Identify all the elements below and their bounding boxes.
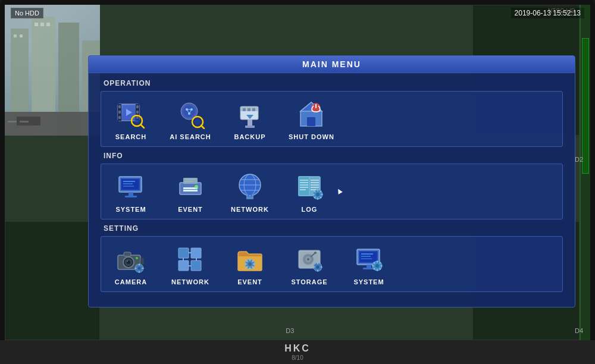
- camera-icon: [113, 243, 149, 275]
- svg-rect-101: [191, 261, 201, 271]
- svg-rect-64: [185, 179, 196, 180]
- event-setting-button[interactable]: EVENT: [229, 243, 271, 285]
- search-label: SEARCH: [115, 133, 146, 140]
- svg-rect-98: [178, 248, 189, 258]
- top-status-bar: No HDD 2019-06-13 15:52:13: [5, 5, 590, 21]
- cam-label-d3: D3: [286, 327, 294, 334]
- svg-rect-99: [191, 248, 201, 258]
- svg-point-116: [317, 265, 320, 268]
- system-setting-button[interactable]: SYSTEM: [348, 243, 390, 285]
- network-info-button[interactable]: NETWORK: [229, 170, 271, 213]
- event-info-label: EVENT: [178, 206, 203, 213]
- monitor-bezel: No HDD 2019-06-13 15:52:13 NTSC-LID D2 D…: [0, 0, 595, 364]
- svg-line-38: [201, 125, 204, 128]
- event-info-button[interactable]: EVENT: [170, 170, 211, 213]
- ai-search-button[interactable]: AI SEARCH: [170, 98, 211, 140]
- svg-rect-44: [248, 108, 250, 111]
- event-icon: [173, 170, 208, 203]
- svg-rect-6: [20, 34, 23, 37]
- svg-point-37: [195, 119, 201, 125]
- svg-rect-84: [311, 187, 319, 188]
- menu-title: MAIN MENU: [89, 56, 575, 73]
- svg-rect-12: [8, 121, 17, 123]
- svg-point-126: [375, 264, 379, 268]
- camera-feed-bottomleft: [5, 221, 100, 340]
- svg-rect-9: [46, 23, 50, 26]
- svg-rect-13: [20, 121, 29, 123]
- system-info-button[interactable]: SYSTEM: [110, 170, 152, 213]
- system-info-icon: [113, 170, 149, 203]
- shutdown-label: SHUT DOWN: [289, 133, 334, 140]
- log-button[interactable]: LOG: [289, 170, 330, 213]
- right-panel: [580, 5, 590, 340]
- shutdown-button[interactable]: SHUT DOWN: [289, 98, 334, 140]
- setting-label: SETTING: [101, 224, 563, 233]
- monitor-model: 8/10: [292, 354, 303, 361]
- svg-rect-20: [136, 105, 139, 108]
- svg-rect-62: [183, 190, 198, 192]
- svg-line-27: [141, 125, 144, 128]
- svg-point-26: [134, 118, 140, 124]
- network-setting-label: NETWORK: [171, 278, 209, 285]
- hdd-status: No HDD: [11, 8, 43, 18]
- svg-rect-19: [118, 116, 121, 119]
- ai-search-label: AI SEARCH: [170, 133, 211, 140]
- svg-rect-94: [140, 258, 144, 265]
- camera-button[interactable]: CAMERA: [110, 243, 152, 285]
- log-label: LOG: [302, 206, 318, 213]
- camera-label: CAMERA: [115, 278, 147, 285]
- svg-rect-42: [245, 125, 255, 128]
- camera-feed-topleft: [5, 5, 100, 136]
- backup-label: BACKUP: [234, 133, 265, 140]
- main-menu: MAIN MENU OPERATION: [88, 55, 575, 307]
- svg-rect-56: [123, 186, 134, 187]
- svg-point-107: [248, 262, 252, 266]
- svg-rect-7: [35, 23, 38, 26]
- svg-rect-21: [136, 111, 139, 114]
- svg-rect-73: [250, 194, 252, 197]
- storage-button[interactable]: STORAGE: [289, 243, 330, 285]
- svg-rect-72: [248, 194, 249, 197]
- svg-rect-49: [307, 117, 315, 126]
- ai-search-icon: [173, 98, 208, 130]
- storage-icon: [292, 243, 327, 275]
- search-button[interactable]: SEARCH: [110, 98, 152, 140]
- svg-rect-75: [299, 177, 309, 196]
- svg-rect-93: [124, 252, 131, 256]
- info-label: INFO: [101, 152, 563, 160]
- svg-rect-41: [248, 120, 252, 125]
- svg-rect-54: [123, 181, 135, 182]
- svg-rect-65: [185, 181, 193, 182]
- datetime-display: 2019-06-13 15:52:13: [511, 8, 584, 18]
- svg-rect-43: [243, 108, 246, 111]
- info-section: INFO: [101, 152, 563, 219]
- svg-rect-120: [361, 253, 373, 255]
- network-info-icon: [232, 170, 268, 203]
- svg-rect-8: [40, 23, 44, 26]
- svg-point-95: [136, 257, 138, 259]
- cam-label-d2: D2: [575, 156, 583, 163]
- storage-label: STORAGE: [291, 278, 327, 285]
- svg-rect-5: [14, 34, 17, 37]
- backup-button[interactable]: BACKUP: [229, 98, 271, 140]
- info-items: SYSTEM: [101, 164, 563, 219]
- svg-rect-55: [123, 183, 133, 184]
- svg-point-114: [314, 252, 317, 254]
- svg-point-29: [183, 105, 195, 117]
- svg-rect-57: [129, 192, 133, 196]
- svg-point-112: [307, 258, 309, 261]
- network-setting-button[interactable]: NETWORK: [170, 243, 211, 285]
- svg-point-92: [127, 261, 128, 262]
- cam-label-d4: D4: [575, 327, 583, 334]
- svg-rect-80: [300, 189, 306, 190]
- svg-rect-123: [367, 265, 371, 268]
- network-setting-icon: [173, 243, 208, 275]
- svg-point-87: [316, 193, 320, 196]
- setting-section: SETTING: [101, 224, 563, 292]
- svg-rect-45: [252, 108, 255, 111]
- svg-rect-77: [300, 182, 308, 183]
- monitor-brand: HKC: [284, 343, 311, 354]
- search-icon: [113, 98, 149, 130]
- svg-rect-100: [178, 261, 189, 271]
- operation-section: OPERATION: [101, 79, 563, 147]
